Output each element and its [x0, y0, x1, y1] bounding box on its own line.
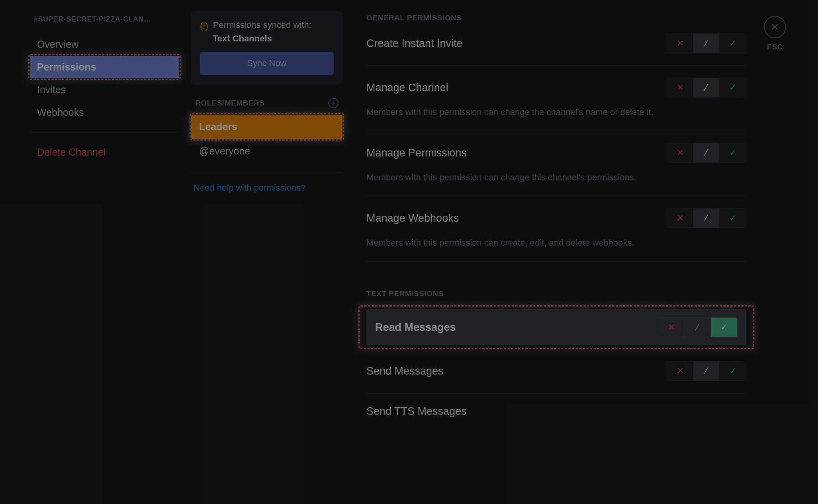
x-icon: ✕ [677, 38, 684, 49]
toggle-group: ✕ ∕ ✓ [667, 143, 746, 163]
permissions-main: GENERAL PERMISSIONS Create Instant Invit… [362, 0, 818, 504]
slash-icon: ∕ [705, 213, 707, 224]
slash-icon: ∕ [697, 322, 698, 333]
perm-description: Members with this permission can change … [366, 171, 746, 184]
close-label: ESC [767, 43, 783, 51]
role-leaders[interactable]: Leaders [191, 115, 342, 139]
toggle-neutral[interactable]: ∕ [693, 34, 720, 53]
nav-invites[interactable]: Invites [30, 78, 179, 101]
role-everyone[interactable]: @everyone [191, 139, 342, 163]
plus-icon: + [331, 99, 335, 107]
toggle-allow[interactable]: ✓ [720, 361, 746, 381]
toggle-neutral[interactable]: ∕ [693, 143, 720, 162]
toggle-neutral[interactable]: ∕ [693, 78, 720, 97]
toggle-deny[interactable]: ✕ [667, 34, 693, 53]
slash-icon: ∕ [705, 38, 707, 49]
toggle-group: ✕ ∕ ✓ [658, 317, 738, 337]
role-leaders-label: Leaders [199, 121, 237, 132]
x-icon: ✕ [668, 322, 675, 332]
help-permissions-link[interactable]: Need help with permissions? [191, 183, 342, 193]
perm-send-messages: Send Messages ✕ ∕ ✓ [366, 361, 746, 381]
perm-label: Manage Channel [366, 82, 448, 94]
nav-permissions-label: Permissions [37, 61, 96, 72]
roles-separator [191, 172, 342, 172]
toggle-allow[interactable]: ✓ [711, 318, 737, 337]
x-icon: ✕ [677, 148, 684, 158]
perm-manage-permissions: Manage Permissions ✕ ∕ ✓ [366, 143, 746, 163]
toggle-group: ✕ ∕ ✓ [667, 361, 746, 381]
nav-overview[interactable]: Overview [30, 33, 179, 56]
perm-label: Create Instant Invite [366, 37, 463, 50]
toggle-group: ✕ ∕ ✓ [667, 78, 746, 98]
perm-separator [366, 393, 746, 393]
perm-manage-channel: Manage Channel ✕ ∕ ✓ [366, 78, 746, 98]
perm-label: Manage Webhooks [366, 212, 459, 225]
perm-label: Manage Permissions [366, 147, 467, 159]
toggle-allow[interactable]: ✓ [720, 209, 746, 228]
perm-separator [366, 131, 746, 131]
section-text-permissions: TEXT PERMISSIONS [366, 289, 746, 298]
section-general-permissions: GENERAL PERMISSIONS [366, 14, 746, 22]
perm-manage-webhooks: Manage Webhooks ✕ ∕ ✓ [366, 208, 746, 228]
perm-read-messages: Read Messages ✕ ∕ ✓ [366, 309, 746, 345]
check-icon: ✓ [729, 366, 736, 376]
sync-category: Text Channels [200, 33, 334, 44]
toggle-neutral[interactable]: ∕ [685, 318, 711, 337]
slash-icon: ∕ [705, 365, 707, 377]
toggle-neutral[interactable]: ∕ [693, 361, 720, 381]
toggle-deny[interactable]: ✕ [667, 209, 693, 228]
toggle-deny[interactable]: ✕ [667, 361, 693, 381]
perm-label: Send TTS Messages [366, 405, 467, 418]
toggle-deny[interactable]: ✕ [667, 78, 693, 97]
roles-column: (!) Permissions synced with: Text Channe… [191, 0, 362, 504]
slash-icon: ∕ [705, 82, 707, 93]
permissions-sync-box: (!) Permissions synced with: Text Channe… [191, 11, 342, 84]
check-icon: ✓ [729, 148, 736, 158]
x-icon: ✕ [677, 213, 684, 223]
toggle-deny[interactable]: ✕ [658, 318, 685, 337]
perm-separator [366, 65, 746, 66]
check-icon: ✓ [729, 38, 736, 49]
perm-separator [366, 196, 746, 196]
x-icon: ✕ [677, 82, 684, 93]
x-icon: ✕ [677, 366, 684, 376]
sync-now-button[interactable]: Sync Now [200, 52, 334, 75]
toggle-allow[interactable]: ✓ [720, 78, 746, 97]
slash-icon: ∕ [705, 147, 707, 158]
add-role-button[interactable]: + [328, 98, 339, 108]
perm-create-instant-invite: Create Instant Invite ✕ ∕ ✓ [366, 33, 746, 53]
channel-name-header: #SUPER-SECRET-PIZZA-CLAN… [30, 15, 179, 23]
check-icon: ✓ [729, 82, 736, 93]
toggle-allow[interactable]: ✓ [720, 143, 746, 162]
perm-description: Members with this permission can change … [366, 105, 746, 119]
close-icon: ✕ [771, 21, 779, 33]
perm-separator [366, 261, 746, 262]
toggle-group: ✕ ∕ ✓ [667, 33, 746, 53]
toggle-group: ✕ ∕ ✓ [667, 208, 746, 228]
toggle-deny[interactable]: ✕ [667, 143, 693, 162]
nav-permissions[interactable]: Permissions [30, 56, 179, 78]
delete-channel[interactable]: Delete Channel [30, 142, 179, 163]
toggle-allow[interactable]: ✓ [720, 34, 746, 53]
check-icon: ✓ [729, 213, 736, 223]
perm-description: Members with this permission can create,… [366, 236, 746, 249]
perm-label: Send Messages [366, 365, 444, 377]
roles-members-header: ROLES/MEMBERS [195, 99, 264, 107]
settings-sidebar: #SUPER-SECRET-PIZZA-CLAN… Overview Permi… [0, 0, 191, 504]
close-button[interactable]: ✕ [764, 16, 786, 38]
perm-send-tts-messages: Send TTS Messages [366, 405, 746, 418]
sidebar-separator [30, 133, 179, 133]
toggle-neutral[interactable]: ∕ [693, 209, 720, 228]
check-icon: ✓ [720, 322, 728, 332]
sync-text: Permissions synced with: [213, 20, 311, 30]
perm-label: Read Messages [375, 321, 456, 334]
nav-webhooks[interactable]: Webhooks [30, 101, 179, 124]
close-area: ✕ ESC [764, 16, 786, 51]
warning-icon: (!) [200, 20, 208, 31]
